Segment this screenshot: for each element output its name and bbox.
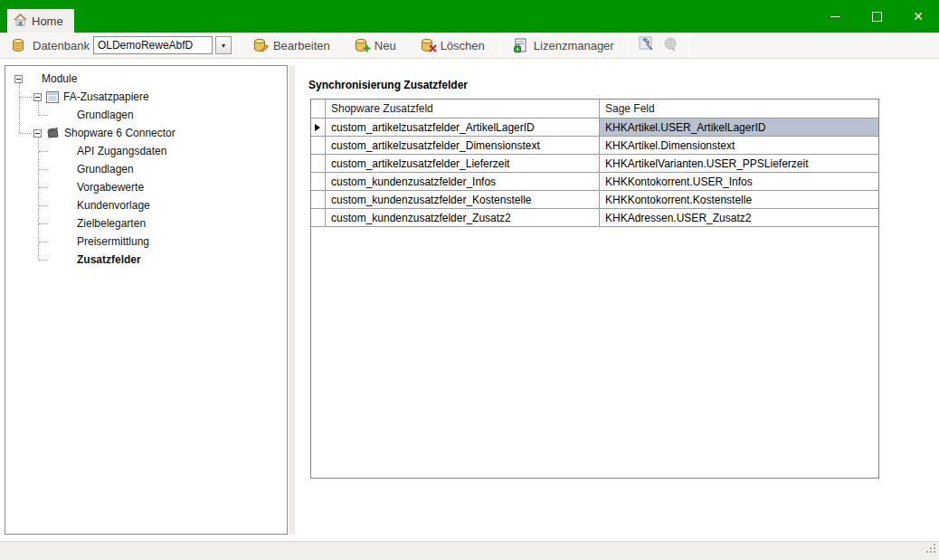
resize-grip[interactable] [925,542,937,558]
datenbank-combobox-input[interactable] [93,36,213,54]
titlebar: Home × [0,0,939,33]
shopware-bag-icon [46,127,60,139]
window-controls: × [814,0,939,33]
loeschen-button[interactable]: Löschen [413,35,492,56]
options-wrench-button[interactable] [635,34,659,56]
table-row[interactable]: custom_artikelzusatzfelder_ArtikelLagerI… [311,119,878,137]
maximize-icon [872,12,882,22]
collapse-minus-icon[interactable] [14,75,23,83]
tree-item-module[interactable]: Module [5,70,287,88]
tree-item-zusatzfelder-selected[interactable]: Zusatzfelder [5,251,287,269]
row-selector[interactable] [311,173,326,190]
cell-shopware[interactable]: custom_artikelzusatzfelder_Dimensionstex… [326,137,600,154]
toolbar-separator [628,35,629,55]
cell-sage[interactable]: KHKKontokorrent.Kostenstelle [600,191,878,208]
table-row[interactable]: custom_artikelzusatzfelder_Dimensionstex… [311,137,878,155]
form-icon [46,91,59,103]
tree-item-label: Preisermittlung [77,235,149,248]
cell-shopware[interactable]: custom_kundenzusatzfelder_Infos [326,173,600,190]
row-selector[interactable] [311,209,326,226]
cell-sage[interactable]: KHKArtikelVarianten.USER_PPSLieferzeit [600,155,878,172]
bearbeiten-button[interactable]: Bearbeiten [245,35,337,56]
database-edit-icon [252,38,268,53]
table-row[interactable]: custom_kundenzusatzfelder_Zusatz2 KHKAdr… [311,209,878,227]
content-area: Module FA-Zusatzpapiere Grundlagen [0,60,939,541]
tab-home-label: Home [32,14,63,28]
collapse-minus-icon[interactable] [33,129,42,138]
module-tree-panel: Module FA-Zusatzpapiere Grundlagen [5,65,288,535]
selected-row-arrow-icon [315,124,320,131]
row-selector[interactable] [311,155,326,172]
tree-item-shopware-6-connector[interactable]: Shopware 6 Connector [5,124,287,142]
tree-item-zielbelegarten[interactable]: Zielbelegarten [5,214,287,233]
column-header-shopware[interactable]: Shopware Zusatzfeld [326,100,600,118]
cell-sage[interactable]: KHKArtikel.Dimensionstext [600,137,878,154]
toolbar-separator [238,35,239,55]
cell-shopware[interactable]: custom_kundenzusatzfelder_Zusatz2 [326,209,600,226]
datenbank-label: Datenbank [33,39,90,52]
database-delete-icon [420,38,435,53]
tree-item-grundlagen-shopware[interactable]: Grundlagen [5,160,287,178]
cell-sage[interactable]: KHKKontokorrent.USER_Infos [600,173,878,190]
close-icon: × [914,8,924,24]
plus-icon [363,42,371,55]
tree-item-label: Kundenvorlage [77,199,150,212]
close-button[interactable]: × [897,0,939,33]
bearbeiten-label: Bearbeiten [273,39,330,52]
toolbar: Datenbank ▼ Bearbeiten [0,33,939,59]
row-selector[interactable] [311,137,326,154]
tree-item-label: Vorgabewerte [77,181,144,194]
tree-item-preisermittlung[interactable]: Preisermittlung [5,233,287,251]
maximize-button[interactable] [856,0,897,33]
datenbank-dropdown-button[interactable]: ▼ [215,36,232,54]
tree-item-kundenvorlage[interactable]: Kundenvorlage [5,196,287,214]
delete-x-icon [429,42,437,55]
lizenzmanager-button[interactable]: Lizenzmanager [506,35,621,56]
globe-icon [662,36,678,55]
home-icon [14,14,27,29]
lizenzmanager-label: Lizenzmanager [534,39,614,52]
row-selector[interactable] [311,119,326,136]
table-row[interactable]: custom_kundenzusatzfelder_Kostenstelle K… [311,191,878,209]
chevron-down-icon: ▼ [220,43,226,49]
cell-shopware[interactable]: custom_kundenzusatzfelder_Kostenstelle [326,191,600,208]
neu-button[interactable]: Neu [346,35,403,56]
tree-item-label: Shopware 6 Connector [64,127,175,139]
tree-item-vorgabewerte[interactable]: Vorgabewerte [5,178,287,196]
cell-shopware[interactable]: custom_artikelzusatzfelder_Lieferzeit [326,155,600,172]
table-row[interactable]: custom_kundenzusatzfelder_Infos KHKKonto… [311,173,878,191]
tree-item-label: Grundlagen [77,163,134,176]
tree-item-fa-zusatzpapiere[interactable]: FA-Zusatzpapiere [5,88,287,106]
table-row[interactable]: custom_artikelzusatzfelder_Lieferzeit KH… [311,155,878,173]
tree-item-api-zugangsdaten[interactable]: API Zugangsdaten [5,142,287,160]
sync-zusatzfelder-grid: Shopware Zusatzfeld Sage Feld custom_art… [310,99,879,479]
tree-item-label: Module [42,72,77,85]
toolbar-separator [498,35,499,55]
row-selector-header [311,100,326,118]
tree-item-label: Zielbelegarten [77,217,146,230]
cell-sage[interactable]: KHKAdressen.USER_Zusatz2 [600,209,878,226]
tree-item-label: FA-Zusatzpapiere [63,90,149,103]
tree-item-label: Zusatzfelder [77,253,141,266]
cell-sage-selected[interactable]: KHKArtikel.USER_ArtikelLagerID [600,119,878,136]
tab-home[interactable]: Home [7,9,74,33]
grid-header-row: Shopware Zusatzfeld Sage Feld [311,100,878,119]
wrench-icon [639,36,655,55]
help-globe-button[interactable] [659,34,682,56]
page-title: Synchronisierung Zusatzfelder [308,79,468,91]
status-bar [0,541,939,560]
loeschen-label: Löschen [441,39,485,52]
datenbank-label-group: Datenbank [0,38,90,53]
database-add-icon [354,38,369,53]
neu-label: Neu [375,39,396,52]
tree-item-grundlagen-fa[interactable]: Grundlagen [5,106,287,124]
license-document-icon [513,38,528,53]
cell-shopware[interactable]: custom_artikelzusatzfelder_ArtikelLagerI… [326,119,600,136]
collapse-minus-icon[interactable] [33,93,42,101]
row-selector[interactable] [311,191,326,208]
app-window: Home × Datenbank ▼ [0,0,939,560]
column-header-sage[interactable]: Sage Feld [600,100,878,118]
panel-splitter[interactable] [289,65,295,535]
minimize-button[interactable] [814,0,856,33]
toolbar-separator [688,35,689,55]
